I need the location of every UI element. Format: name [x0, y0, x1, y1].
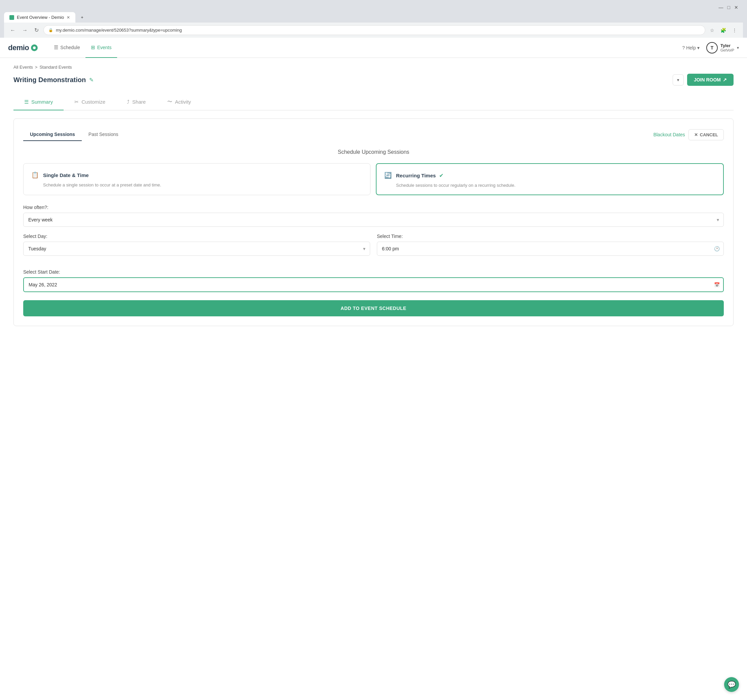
extensions-icon[interactable]: 🧩 — [718, 26, 728, 34]
tab-title: Event Overview - Demio — [17, 15, 64, 20]
how-often-select[interactable]: Every week — [23, 213, 724, 227]
logo-dot-icon — [31, 44, 38, 51]
past-sessions-tab[interactable]: Past Sessions — [82, 128, 125, 141]
edit-icon[interactable]: ✎ — [89, 77, 94, 83]
customize-icon: ✂ — [74, 99, 79, 105]
session-actions: Blackout Dates ✕ CANCEL — [653, 129, 724, 140]
recurring-title: Recurring Times — [396, 172, 436, 178]
blackout-dates-button[interactable]: Blackout Dates — [653, 132, 685, 137]
cancel-button[interactable]: ✕ CANCEL — [688, 129, 724, 140]
activity-icon: 〜 — [167, 98, 172, 105]
help-button[interactable]: ? Help ▾ — [682, 45, 700, 50]
nav-right: ? Help ▾ T Tyler GetVoIP ▾ — [682, 42, 739, 53]
session-header: Upcoming Sessions Past Sessions Blackout… — [23, 128, 724, 141]
main-card: Upcoming Sessions Past Sessions Blackout… — [14, 118, 733, 326]
join-room-icon: ↗ — [723, 77, 727, 82]
single-date-card-header: 📋 Single Date & Time — [30, 170, 363, 180]
join-room-button[interactable]: JOIN ROOM ↗ — [687, 74, 733, 86]
close-button[interactable]: ✕ — [732, 4, 740, 11]
upcoming-sessions-tab[interactable]: Upcoming Sessions — [23, 128, 82, 141]
logo: demio — [8, 44, 38, 52]
user-avatar: T — [706, 42, 718, 53]
single-date-desc: Schedule a single session to occur at a … — [30, 182, 363, 187]
forward-button[interactable]: → — [20, 26, 30, 35]
recurring-times-card[interactable]: 🔄 Recurring Times ✔ Schedule sessions to… — [376, 163, 724, 195]
tab-favicon — [9, 15, 14, 20]
time-input-wrapper: 🕐 — [377, 242, 724, 256]
how-often-label: How often?: — [23, 205, 724, 210]
refresh-button[interactable]: ↻ — [32, 26, 41, 35]
date-input-wrapper: 📅 — [23, 277, 724, 292]
user-dropdown-icon: ▾ — [737, 45, 739, 50]
more-options-icon[interactable]: ⋮ — [730, 26, 739, 34]
logo-text: demio — [8, 44, 29, 52]
tab-summary[interactable]: ☰ Summary — [14, 94, 64, 110]
add-to-event-schedule-button[interactable]: ADD TO EVENT SCHEDULE — [23, 300, 724, 316]
nav-events[interactable]: ⊞ Events — [85, 38, 117, 58]
summary-icon: ☰ — [24, 99, 29, 105]
single-date-icon: 📋 — [30, 170, 40, 180]
dropdown-button[interactable]: ▾ — [673, 74, 684, 86]
recurring-card-header: 🔄 Recurring Times ✔ — [383, 171, 717, 180]
page-header: Writing Demonstration ✎ ▾ JOIN ROOM ↗ — [14, 74, 733, 86]
events-icon: ⊞ — [91, 44, 95, 50]
chat-icon: 💬 — [727, 680, 736, 689]
select-day-label: Select Day: — [23, 234, 370, 239]
page-title: Writing Demonstration — [14, 76, 86, 84]
url-text: my.demio.com/manage/event/520653?summary… — [56, 27, 182, 33]
single-date-card[interactable]: 📋 Single Date & Time Schedule a single s… — [23, 163, 370, 195]
maximize-button[interactable]: □ — [726, 4, 732, 11]
calendar-icon: 📅 — [714, 282, 720, 287]
day-select[interactable]: Tuesday — [23, 242, 370, 256]
schedule-icon: ☰ — [54, 44, 58, 50]
minimize-button[interactable]: — — [717, 4, 726, 11]
lock-icon: 🔒 — [48, 28, 53, 32]
session-tabs: Upcoming Sessions Past Sessions — [23, 128, 125, 141]
how-often-select-wrapper: Every week — [23, 213, 724, 227]
select-time-section: Select Time: 🕐 — [377, 234, 724, 256]
nav-schedule[interactable]: ☰ Schedule — [48, 38, 85, 58]
nav-items: ☰ Schedule ⊞ Events — [48, 38, 117, 58]
start-date-section: Select Start Date: 📅 — [23, 269, 724, 292]
day-time-row: Select Day: Tuesday Select Time: 🕐 — [23, 234, 724, 263]
tab-activity[interactable]: 〜 Activity — [156, 94, 202, 110]
clock-icon: 🕐 — [714, 246, 720, 251]
main-tabs: ☰ Summary ✂ Customize ⤴ Share 〜 Activity — [14, 94, 733, 110]
tab-share[interactable]: ⤴ Share — [116, 94, 156, 110]
how-often-section: How often?: Every week — [23, 205, 724, 227]
select-day-wrapper: Tuesday — [23, 242, 370, 256]
help-dropdown-icon: ▾ — [697, 45, 700, 50]
main-content: All Events > Standard Events Writing Dem… — [0, 58, 747, 333]
page-title-row: Writing Demonstration ✎ — [14, 76, 94, 84]
recurring-icon: 🔄 — [383, 171, 393, 180]
breadcrumb-separator: > — [35, 65, 38, 70]
new-tab-button[interactable]: + — [76, 12, 136, 23]
schedule-title: Schedule Upcoming Sessions — [23, 149, 724, 155]
breadcrumb-standard-events: Standard Events — [39, 65, 72, 70]
start-date-input[interactable] — [23, 277, 724, 292]
tab-customize[interactable]: ✂ Customize — [64, 94, 116, 110]
time-input[interactable] — [377, 242, 724, 256]
user-name-block: Tyler GetVoIP — [720, 43, 734, 52]
single-date-title: Single Date & Time — [43, 172, 89, 178]
session-type-cards: 📋 Single Date & Time Schedule a single s… — [23, 163, 724, 195]
top-navigation: demio ☰ Schedule ⊞ Events ? Help ▾ T Tyl… — [0, 38, 747, 58]
bookmark-icon[interactable]: ☆ — [708, 26, 717, 34]
breadcrumb: All Events > Standard Events — [14, 65, 733, 70]
help-icon: ? — [682, 45, 685, 50]
tab-close-icon[interactable]: ✕ — [67, 15, 70, 20]
select-time-label: Select Time: — [377, 234, 724, 239]
share-icon: ⤴ — [127, 99, 130, 105]
cancel-icon: ✕ — [694, 132, 698, 137]
user-org: GetVoIP — [720, 48, 734, 52]
page-actions: ▾ JOIN ROOM ↗ — [673, 74, 733, 86]
recurring-check-icon: ✔ — [439, 172, 443, 179]
address-bar[interactable]: 🔒 my.demio.com/manage/event/520653?summa… — [44, 25, 705, 35]
back-button[interactable]: ← — [8, 26, 18, 35]
start-date-label: Select Start Date: — [23, 269, 724, 275]
recurring-desc: Schedule sessions to occur regularly on … — [383, 183, 717, 188]
browser-tab[interactable]: Event Overview - Demio ✕ — [4, 12, 76, 23]
breadcrumb-all-events[interactable]: All Events — [14, 65, 33, 70]
user-menu[interactable]: T Tyler GetVoIP ▾ — [706, 42, 739, 53]
chat-bubble-button[interactable]: 💬 — [724, 677, 739, 692]
